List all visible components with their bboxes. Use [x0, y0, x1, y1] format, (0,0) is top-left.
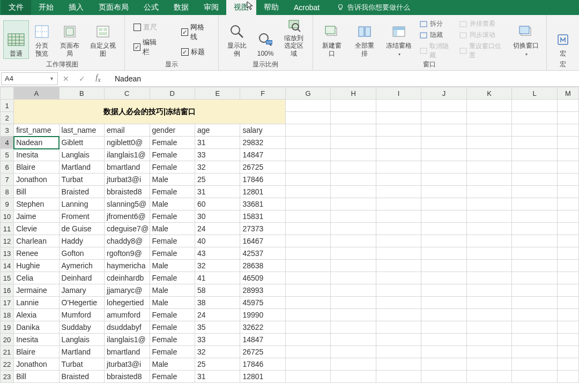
worksheet[interactable]: ABCDEFGHIJKLM 1数据人必会的技巧|冻结窗口23first_name… [0, 87, 579, 383]
cell[interactable]: slanning5@ [105, 198, 150, 210]
name-box[interactable]: A4 ▼ [1, 72, 58, 85]
cell[interactable] [285, 247, 330, 260]
cell[interactable] [421, 124, 466, 137]
cell[interactable]: Female [150, 371, 195, 383]
cell[interactable] [421, 334, 466, 346]
cell[interactable] [376, 346, 421, 358]
cell[interactable]: 40 [195, 235, 240, 247]
cell[interactable] [421, 297, 466, 309]
cell[interactable] [376, 198, 421, 210]
cell[interactable]: 14847 [240, 334, 285, 346]
cell[interactable]: email [105, 124, 150, 137]
cell[interactable]: Clevie [14, 223, 59, 235]
cell[interactable] [557, 309, 578, 321]
cell[interactable] [512, 346, 557, 358]
cell[interactable]: Deinhard [59, 272, 104, 284]
col-header-G[interactable]: G [285, 87, 330, 100]
cell[interactable] [466, 186, 511, 198]
row-header-13[interactable]: 13 [1, 247, 14, 260]
cell[interactable] [512, 247, 557, 260]
row-header-9[interactable]: 9 [1, 198, 14, 210]
window-0-button[interactable]: 新建窗口 [316, 20, 348, 59]
cell[interactable]: salary [240, 124, 285, 137]
cell[interactable] [557, 371, 578, 383]
banner-cell[interactable]: 数据人必会的技巧|冻结窗口 [14, 100, 286, 124]
row-header-2[interactable]: 2 [1, 112, 14, 124]
cell[interactable]: 32 [195, 161, 240, 174]
cell[interactable] [331, 297, 376, 309]
view-3-button[interactable]: 自定义视图 [85, 20, 121, 59]
cell[interactable]: cdeguise7@ [105, 223, 150, 235]
cell[interactable] [331, 149, 376, 161]
menu-tab-9[interactable]: Acrobat [286, 0, 327, 15]
cell[interactable]: bbraisted8 [105, 371, 150, 383]
cell[interactable] [466, 346, 511, 358]
cell[interactable]: Female [150, 137, 195, 149]
cell[interactable] [285, 161, 330, 174]
cell[interactable]: 43 [195, 247, 240, 260]
cell[interactable] [376, 137, 421, 149]
cell[interactable] [376, 235, 421, 247]
cell[interactable] [512, 149, 557, 161]
cell[interactable]: rgofton9@ [105, 247, 150, 260]
accept-formula-button[interactable]: ✓ [74, 74, 90, 83]
cell[interactable]: O'Hegertie [59, 297, 104, 309]
cell[interactable]: chaddy8@ [105, 235, 150, 247]
cell[interactable] [331, 198, 376, 210]
row-header-7[interactable]: 7 [1, 174, 14, 186]
cell[interactable] [557, 223, 578, 235]
cell[interactable]: Stephen [14, 198, 59, 210]
cell[interactable] [331, 272, 376, 284]
cell[interactable]: 28638 [240, 260, 285, 272]
col-header-D[interactable]: D [150, 87, 195, 100]
cell[interactable]: Male [150, 284, 195, 297]
zoom-0-button[interactable]: 显示比例 [222, 20, 253, 59]
cell[interactable]: Danika [14, 321, 59, 334]
cell[interactable] [512, 334, 557, 346]
cell[interactable]: Mumford [59, 309, 104, 321]
col-header-L[interactable]: L [512, 87, 557, 100]
window-small-隐藏[interactable]: 隐藏 [419, 31, 454, 40]
menu-tab-7[interactable]: 视图 [226, 0, 256, 15]
cell[interactable]: Male [150, 198, 195, 210]
cell[interactable] [376, 124, 421, 137]
cell[interactable]: de Guise [59, 223, 104, 235]
cell[interactable] [557, 321, 578, 334]
cell[interactable] [331, 309, 376, 321]
cell[interactable] [421, 161, 466, 174]
cell[interactable] [376, 223, 421, 235]
cell[interactable] [421, 198, 466, 210]
cell[interactable]: 32 [195, 260, 240, 272]
row-header-20[interactable]: 20 [1, 334, 14, 346]
cell[interactable] [285, 223, 330, 235]
cell[interactable] [421, 321, 466, 334]
cell[interactable] [285, 100, 330, 112]
cell[interactable]: haymericha [105, 260, 150, 272]
cell[interactable] [466, 198, 511, 210]
cell[interactable]: jturbat3@i [105, 174, 150, 186]
cell[interactable] [421, 174, 466, 186]
cell[interactable] [331, 112, 376, 124]
cell[interactable] [285, 112, 330, 124]
cell[interactable]: Turbat [59, 358, 104, 371]
cell[interactable] [331, 210, 376, 223]
cell[interactable] [376, 186, 421, 198]
cell[interactable]: Gofton [59, 247, 104, 260]
cell[interactable] [466, 321, 511, 334]
cell[interactable] [285, 309, 330, 321]
cell[interactable] [421, 100, 466, 112]
cell[interactable] [331, 137, 376, 149]
cell[interactable] [331, 161, 376, 174]
menu-tab-4[interactable]: 公式 [136, 0, 166, 15]
checkbox-标题[interactable]: ✓标题 [181, 47, 210, 57]
cell[interactable]: 33681 [240, 198, 285, 210]
checkbox-编辑栏[interactable]: ✓编辑栏 [133, 37, 162, 57]
cell[interactable] [512, 297, 557, 309]
cell[interactable]: lohegertied [105, 297, 150, 309]
cell[interactable]: ngiblett0@ [105, 137, 150, 149]
window-small-拆分[interactable]: 拆分 [419, 19, 454, 28]
cell[interactable] [557, 210, 578, 223]
cell[interactable]: Male [150, 174, 195, 186]
cell[interactable] [421, 112, 466, 124]
row-header-19[interactable]: 19 [1, 321, 14, 334]
